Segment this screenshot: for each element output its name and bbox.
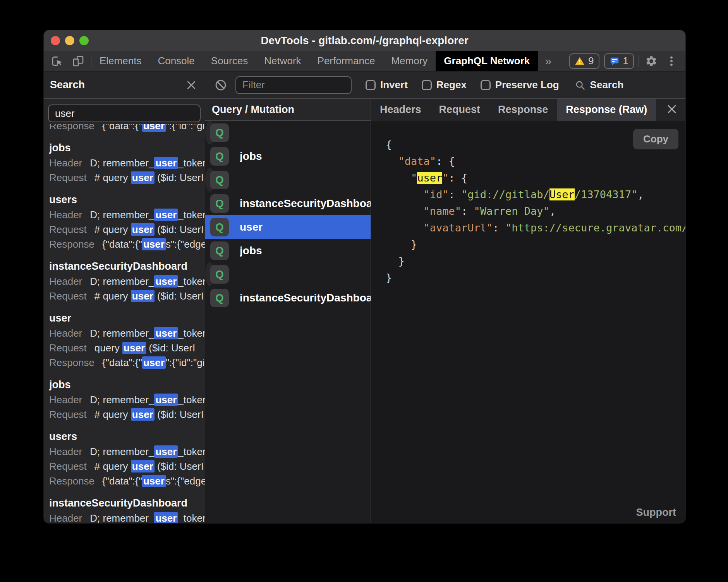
traffic-light-close[interactable] [51,36,60,45]
search-result-group-title[interactable]: users [44,192,205,207]
query-list-item-users[interactable]: Qusers [205,168,215,192]
tab-performance[interactable]: Performance [309,51,383,71]
query-list-item-jobs[interactable]: Qjobs [205,239,371,262]
response-tab-request[interactable]: Request [430,99,489,121]
search-result-group-title[interactable]: jobs [44,140,205,156]
search-result-line[interactable]: Request# query user ($id: UserI [44,170,205,185]
line-text: D; remember_ [90,446,154,457]
line-text: D; remember_ [90,157,154,169]
line-text: _token=e [178,394,205,406]
search-result-group: usersHeaderD; remember_user_token=eReque… [44,429,205,488]
clear-icon[interactable] [215,79,227,91]
response-panel: HeadersRequestResponseResponse (Raw) Cop… [371,99,685,523]
response-tab-headers[interactable]: Headers [371,99,430,121]
tab-graphql-network[interactable]: GraphQL Network [436,51,538,71]
search-result-line[interactable]: HeaderD; remember_user_token=e [44,156,205,170]
more-tabs-button[interactable]: » [538,51,558,71]
search-result-line[interactable]: Response{"data":{"user":{"id":"gi [44,124,205,133]
search-result-group: jobsHeaderD; remember_user_token=eReques… [44,377,205,422]
line-text: # query [94,409,131,420]
more-options-kebab-icon[interactable] [664,53,679,69]
issues-icon [610,56,620,66]
json-token: "name" [424,205,462,217]
search-result-line[interactable]: HeaderD; remember_user_token=e [44,207,205,222]
device-toolbar-icon[interactable] [72,55,85,68]
response-tab-response[interactable]: Response [489,99,557,121]
filter-input[interactable] [235,76,352,94]
line-text: {"data":{" [102,475,142,487]
query-label: jobs [240,245,262,257]
checkbox-invert[interactable]: Invert [366,79,408,91]
search-result-line[interactable]: HeaderD; remember_user_token=e [44,511,205,523]
query-list-item-user[interactable]: Quser [205,121,215,144]
response-tab-response-raw[interactable]: Response (Raw) [557,99,656,121]
search-result-line[interactable]: HeaderD; remember_user_token=e [44,274,205,289]
tab-console[interactable]: Console [149,51,203,71]
json-token: , [549,205,556,217]
search-result-line[interactable]: Request# query user ($id: UserI [44,289,205,303]
checkbox-regex[interactable]: Regex [422,79,467,91]
json-token: "https://secure.gravatar.com/avatar [505,222,685,234]
support-link[interactable]: Support [636,507,676,519]
search-result-line[interactable]: Request# query user ($id: UserI [44,459,205,474]
query-label: user [240,221,263,233]
query-type-badge: Q [210,123,229,142]
query-list-item-users[interactable]: Qusers [205,262,215,286]
line-text: ($id: UserI [155,460,204,472]
json-token: : [461,205,474,217]
tab-elements[interactable]: Elements [91,51,149,71]
toolbar-left-icons [44,51,91,71]
checkbox-box [422,80,432,90]
search-result-group-title[interactable]: instanceSecurityDashboard [44,258,205,274]
inspect-icon[interactable] [51,55,64,68]
window-title: DevTools - gitlab.com/-/graphql-explorer [261,34,468,47]
tab-memory[interactable]: Memory [383,51,436,71]
query-list-item-jobs[interactable]: Qjobs [205,144,371,168]
search-result-line[interactable]: Requestquery user ($id: UserI [44,341,205,355]
search-result-line[interactable]: Request# query user ($id: UserI [44,222,205,237]
issues-badge[interactable]: 1 [604,53,634,69]
line-label: Request [49,460,87,472]
search-result-line[interactable]: Response{"data":{"user":{"id":"gid [44,355,205,370]
search-result-group-title[interactable]: instanceSecurityDashboard [44,495,205,511]
search-result-group-title[interactable]: jobs [44,377,205,392]
toolbar-right-cluster: 9 1 [569,51,685,71]
warnings-badge[interactable]: 9 [569,53,599,69]
match-highlight: user [154,445,178,458]
network-search[interactable]: Search [575,79,624,91]
query-mutation-panel: Query / Mutation QuserQjobsQusersQinstan… [205,99,371,523]
search-input[interactable] [48,104,201,122]
settings-gear-icon[interactable] [644,53,659,69]
json-token [386,172,411,184]
search-result-line[interactable]: HeaderD; remember_user_token=e [44,326,205,341]
tab-sources[interactable]: Sources [203,51,256,71]
json-token: : { [449,172,468,184]
json-line: } [386,269,685,286]
query-list-item-instancesecuritydashboard[interactable]: QinstanceSecurityDashboard [205,286,371,310]
query-type-badge: Q [210,289,229,307]
checkbox-label: Preserve Log [495,79,559,91]
tab-network[interactable]: Network [256,51,309,71]
search-result-line[interactable]: HeaderD; remember_user_token=e [44,444,205,459]
json-token: "Warren Day" [474,205,549,217]
devtools-tab-strip: ElementsConsoleSourcesNetworkPerformance… [91,51,538,71]
search-result-group-title[interactable]: user [44,310,205,326]
checkbox-preserve-log[interactable]: Preserve Log [481,79,559,91]
search-result-line[interactable]: Response{"data":{"users":{"edges [44,237,205,252]
match-highlight: user [154,327,178,339]
search-result-line[interactable]: Request# query user ($id: UserI [44,407,205,422]
traffic-light-minimize[interactable] [65,36,74,45]
search-result-group-title[interactable]: users [44,429,205,444]
search-result-line[interactable]: Response{"data":{"users":{"edges [44,474,205,488]
copy-button[interactable]: Copy [633,129,678,149]
response-close-icon[interactable] [666,103,678,116]
warning-count: 9 [588,55,594,67]
traffic-light-zoom[interactable] [79,36,89,45]
line-text: D; remember_ [90,209,154,221]
query-list-item-instancesecuritydashboard[interactable]: QinstanceSecurityDashboard [205,192,371,215]
checkbox-label: Invert [380,79,408,91]
match-highlight: user [131,171,155,184]
search-result-line[interactable]: HeaderD; remember_user_token=e [44,392,205,407]
close-icon[interactable] [185,79,197,91]
query-list-item-user[interactable]: Quser [205,215,371,239]
